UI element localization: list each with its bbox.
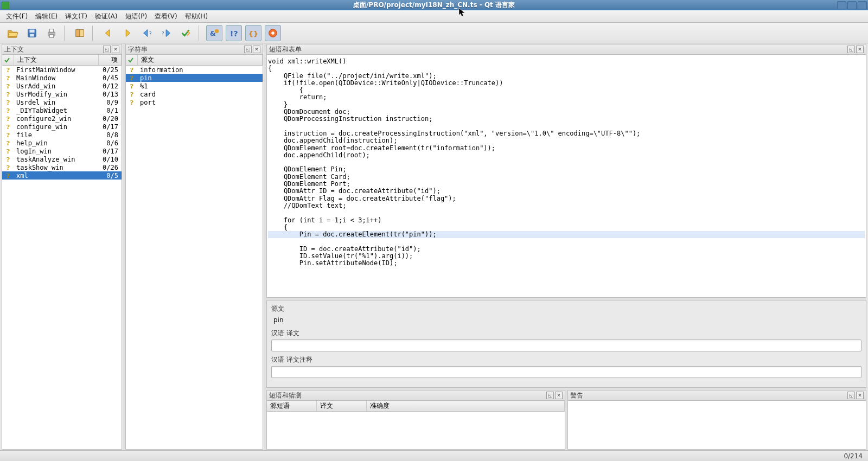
context-count: 0/12	[101, 82, 122, 90]
minimize-button[interactable]	[837, 1, 846, 9]
strings-header-source[interactable]: 源文	[138, 55, 263, 65]
menu-file[interactable]: 文件(F)	[2, 10, 31, 23]
translation-input[interactable]	[271, 340, 861, 351]
status-unfinished-icon: ?	[7, 114, 10, 123]
menu-help[interactable]: 帮助(H)	[181, 10, 212, 23]
status-unfinished-icon: ?	[7, 155, 10, 164]
validation-punctuation-button[interactable]: !?	[226, 25, 242, 41]
menu-view[interactable]: 查看(V)	[151, 10, 181, 23]
context-row[interactable]: ? configure2_win 0/20	[2, 114, 122, 123]
string-row[interactable]: ? information	[126, 66, 263, 74]
context-count: 0/17	[101, 148, 122, 155]
string-row[interactable]: ? %1	[126, 82, 263, 90]
validation-placemarker-button[interactable]	[265, 25, 281, 41]
status-unfinished-icon: ?	[7, 139, 10, 148]
warnings-panel[interactable]	[567, 401, 866, 450]
phrases-header-definition[interactable]: 准确度	[367, 401, 565, 411]
context-count: 0/17	[101, 123, 122, 131]
context-panel-title: 上下文	[4, 45, 102, 54]
menu-validate[interactable]: 验证(A)	[91, 10, 122, 23]
status-unfinished-icon: ?	[7, 66, 10, 74]
context-row[interactable]: ? _DIYTabWidget 0/1	[2, 106, 122, 114]
context-header-name[interactable]: 上下文	[14, 55, 99, 65]
open-button[interactable]	[4, 25, 21, 41]
context-count: 0/8	[101, 131, 122, 139]
phrasebook-button[interactable]	[72, 25, 88, 41]
menu-translate[interactable]: 译文(T)	[61, 10, 91, 23]
strings-panel-close-button[interactable]: ✕	[253, 46, 260, 53]
context-row[interactable]: ? Usrdel_win 0/9	[2, 98, 122, 106]
context-row[interactable]: ? help_win 0/6	[2, 139, 122, 147]
status-unfinished-icon: ?	[130, 66, 134, 74]
status-unfinished-icon: ?	[7, 98, 10, 107]
source-code-view[interactable]: void xml::writeXML() { QFile file("../pr…	[267, 55, 866, 297]
sourceform-panel-header: 短语和表单 ◱ ✕	[266, 44, 866, 55]
translator-comment-input[interactable]	[271, 366, 861, 378]
prev-unfinished-button[interactable]: ?	[139, 25, 155, 41]
string-row[interactable]: ? port	[126, 98, 263, 106]
print-button[interactable]	[43, 25, 60, 41]
save-button[interactable]	[24, 25, 40, 41]
validation-phrases-button[interactable]: {}	[245, 25, 261, 41]
context-row[interactable]: ? UsrAdd_win 0/12	[2, 82, 122, 90]
menu-phrase[interactable]: 短语(P)	[122, 10, 151, 23]
context-panel-header: 上下文 ◱ ✕	[2, 44, 122, 55]
phrases-header-translation[interactable]: 译文	[317, 401, 367, 411]
phrases-panel-float-button[interactable]: ◱	[546, 392, 554, 399]
context-header-items[interactable]: 项	[99, 55, 122, 65]
context-panel-float-button[interactable]: ◱	[103, 46, 111, 53]
context-list[interactable]: ? FirstMainWindow 0/25? MainWindow 0/45?…	[2, 66, 122, 449]
context-panel-close-button[interactable]: ✕	[112, 46, 119, 53]
phrases-panel-close-button[interactable]: ✕	[555, 392, 563, 399]
translation-label: 汉语 译文	[271, 327, 861, 340]
strings-list[interactable]: ? information? pin? %1? card? port	[126, 66, 263, 449]
context-name: configure2_win	[14, 115, 101, 123]
context-row[interactable]: ? UsrModify_win 0/13	[2, 90, 122, 98]
string-row[interactable]: ? card	[126, 90, 263, 98]
status-unfinished-icon: ?	[7, 123, 10, 131]
string-text: pin	[138, 74, 263, 82]
status-unfinished-icon: ?	[7, 106, 10, 115]
context-row[interactable]: ? taskAnalyze_win 0/10	[2, 155, 122, 163]
translation-form: 源文 pin 汉语 译文 汉语 译文注释	[266, 300, 866, 388]
next-button[interactable]	[119, 25, 136, 41]
source-text-label: 源文	[271, 303, 861, 315]
context-row[interactable]: ? FirstMainWindow 0/25	[2, 66, 122, 74]
svg-rect-2	[30, 34, 34, 36]
sourceform-panel-close-button[interactable]: ✕	[856, 46, 864, 53]
context-count: 0/9	[101, 99, 122, 106]
context-row[interactable]: ? MainWindow 0/45	[2, 74, 122, 82]
context-row[interactable]: ? xml 0/5	[2, 171, 122, 180]
context-row[interactable]: ? configure_win 0/17	[2, 123, 122, 131]
phrases-header-source[interactable]: 源短语	[267, 401, 317, 411]
maximize-button[interactable]	[847, 1, 857, 9]
warnings-panel-float-button[interactable]: ◱	[847, 392, 855, 399]
context-row[interactable]: ? file 0/8	[2, 131, 122, 139]
validation-accelerators-button[interactable]: &	[206, 25, 222, 41]
next-unfinished-button[interactable]: ?	[158, 25, 175, 41]
context-row[interactable]: ? taskShow_win 0/26	[2, 163, 122, 171]
context-row[interactable]: ? logIn_win 0/17	[2, 147, 122, 155]
context-count: 0/10	[101, 156, 122, 163]
menu-edit[interactable]: 编辑(E)	[31, 10, 61, 23]
sourceform-panel-float-button[interactable]: ◱	[847, 46, 855, 53]
context-count: 0/1	[101, 107, 122, 114]
translator-comment-label: 汉语 译文注释	[271, 354, 861, 366]
warnings-panel-close-button[interactable]: ✕	[856, 392, 864, 399]
context-count: 0/5	[101, 172, 122, 180]
svg-rect-4	[49, 29, 53, 32]
strings-panel-float-button[interactable]: ◱	[244, 46, 252, 53]
string-row[interactable]: ? pin	[126, 74, 263, 82]
strings-header-status[interactable]	[126, 55, 138, 65]
status-unfinished-icon: ?	[130, 90, 134, 99]
close-button[interactable]	[858, 1, 867, 9]
done-next-button[interactable]	[178, 25, 194, 41]
svg-text:!?: !?	[230, 28, 238, 37]
string-text: information	[138, 66, 263, 74]
context-count: 0/20	[101, 115, 122, 123]
phrases-panel[interactable]: 源短语 译文 准确度	[266, 401, 565, 450]
status-progress: 0/214	[844, 452, 863, 460]
prev-button[interactable]	[100, 25, 116, 41]
status-unfinished-icon: ?	[130, 74, 134, 82]
context-header-status[interactable]	[2, 55, 14, 65]
